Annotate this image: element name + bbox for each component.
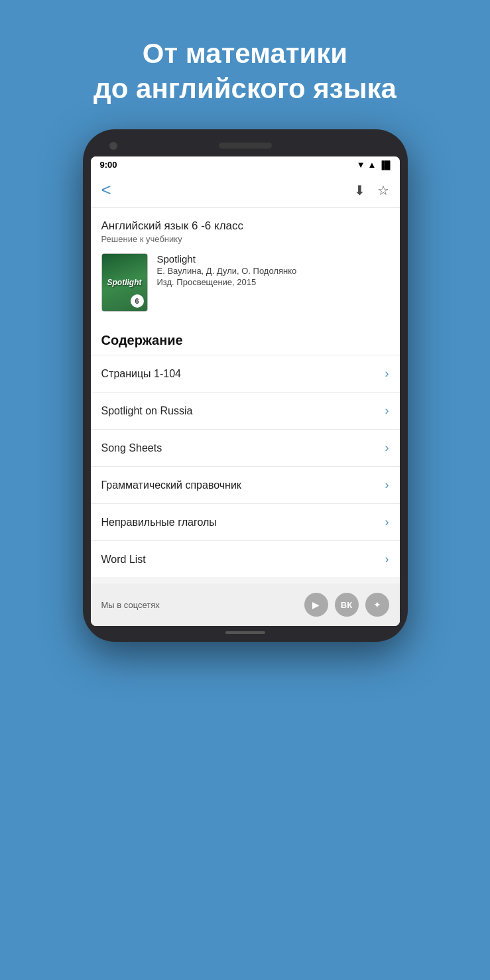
bottom-bar: Мы в соцсетях ▶ ВК ✦ xyxy=(91,583,400,626)
book-details: Spotlight Е. Ваулина, Д. Дули, О. Подоля… xyxy=(157,253,297,287)
menu-item-label: Song Sheets xyxy=(101,442,162,454)
phone-wrapper: 9:00 ▼ ▲ ▐█ < ⬇ ☆ Английский язык xyxy=(83,129,408,642)
book-cover-grade: 6 xyxy=(131,294,144,308)
menu-item-spotlight[interactable]: Spotlight on Russia › xyxy=(91,392,400,429)
phone-screen: 9:00 ▼ ▲ ▐█ < ⬇ ☆ Английский язык xyxy=(91,156,400,626)
book-info-row: Spotlight 6 Spotlight Е. Ваулина, Д. Дул… xyxy=(101,253,389,312)
chevron-right-icon: › xyxy=(385,478,389,492)
menu-item-label: Грамматический справочник xyxy=(101,479,241,491)
toolbar-right: ⬇ ☆ xyxy=(354,182,389,198)
wifi-icon: ▼ xyxy=(357,160,365,170)
chevron-right-icon: › xyxy=(385,404,389,418)
phone-outer: 9:00 ▼ ▲ ▐█ < ⬇ ☆ Английский язык xyxy=(83,129,408,642)
status-icons: ▼ ▲ ▐█ xyxy=(357,160,391,170)
download-icon[interactable]: ⬇ xyxy=(354,182,365,198)
battery-icon: ▐█ xyxy=(379,160,390,170)
social-label: Мы в соцсетях xyxy=(101,600,160,610)
book-cover: Spotlight 6 xyxy=(101,253,148,312)
signal-icon: ▲ xyxy=(368,160,377,170)
contents-title: Содержание xyxy=(101,333,183,347)
app-toolbar: < ⬇ ☆ xyxy=(91,173,400,208)
book-name: Spotlight xyxy=(157,253,297,265)
content-area: Английский язык 6 -6 класс Решение к уче… xyxy=(91,208,400,329)
chevron-right-icon: › xyxy=(385,441,389,455)
menu-item-label: Word List xyxy=(101,554,146,566)
book-cover-text: Spotlight xyxy=(107,278,142,287)
menu-item-pages[interactable]: Страницы 1-104 › xyxy=(91,355,400,392)
front-camera xyxy=(109,142,117,150)
menu-item-label: Spotlight on Russia xyxy=(101,405,193,417)
phone-top-bar xyxy=(91,140,400,151)
book-subtitle: Решение к учебнику xyxy=(101,234,389,244)
book-authors: Е. Ваулина, Д. Дули, О. Подолянко xyxy=(157,266,297,276)
menu-item-label: Страницы 1-104 xyxy=(101,368,181,380)
menu-item-song-sheets[interactable]: Song Sheets › xyxy=(91,429,400,466)
back-button[interactable]: < xyxy=(101,180,111,200)
status-bar: 9:00 ▼ ▲ ▐█ xyxy=(91,156,400,173)
youtube-button[interactable]: ▶ xyxy=(304,593,328,617)
home-indicator xyxy=(91,626,400,637)
twitter-button[interactable]: ✦ xyxy=(365,593,389,617)
menu-item-label: Неправильные глаголы xyxy=(101,517,217,528)
vk-button[interactable]: ВК xyxy=(335,593,359,617)
home-bar xyxy=(225,631,265,634)
chevron-right-icon: › xyxy=(385,515,389,529)
hero-line1: От математики xyxy=(33,36,457,72)
section-heading: Содержание xyxy=(91,329,400,355)
menu-item-verbs[interactable]: Неправильные глаголы › xyxy=(91,503,400,540)
status-time: 9:00 xyxy=(100,160,117,170)
social-icons: ▶ ВК ✦ xyxy=(304,593,389,617)
bookmark-icon[interactable]: ☆ xyxy=(377,182,389,198)
hero-text: От математики до английского языка xyxy=(0,0,490,129)
chevron-right-icon: › xyxy=(385,552,389,566)
chevron-right-icon: › xyxy=(385,367,389,381)
menu-list: Страницы 1-104 › Spotlight on Russia › S… xyxy=(91,355,400,578)
toolbar-left: < xyxy=(101,180,111,200)
book-publisher: Изд. Просвещение, 2015 xyxy=(157,277,297,287)
menu-item-word-list[interactable]: Word List › xyxy=(91,540,400,578)
hero-line2: до английского языка xyxy=(33,72,457,107)
speaker xyxy=(219,143,272,149)
book-title: Английский язык 6 -6 класс xyxy=(101,219,389,233)
menu-item-grammar[interactable]: Грамматический справочник › xyxy=(91,466,400,503)
